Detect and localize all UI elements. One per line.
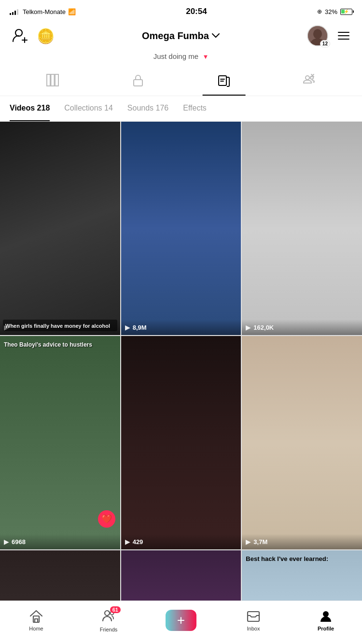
- video-cell-4[interactable]: Theo Baloyi's advice to hustlers ❤️ ▶ 69…: [0, 336, 120, 549]
- video-caption-1: When girls finally have money for alcoho…: [3, 320, 117, 331]
- tab-videos[interactable]: Videos 218: [10, 96, 50, 121]
- friends-liked-icon: [303, 73, 316, 87]
- status-time: 20:54: [186, 7, 207, 16]
- svg-point-18: [323, 611, 329, 617]
- content-tabs: Videos 218 Collections 14 Sounds 176 Eff…: [0, 96, 362, 122]
- nav-profile-label: Profile: [318, 626, 334, 631]
- video-cell-3[interactable]: ▶ 162,0K: [242, 122, 362, 335]
- nav-add[interactable]: +: [145, 610, 217, 631]
- menu-button[interactable]: [335, 29, 352, 42]
- battery-percent: 32%: [325, 8, 337, 15]
- tab-effects[interactable]: Effects: [183, 96, 207, 121]
- grid-icon: [46, 73, 59, 87]
- nav-friends[interactable]: 61 Friends: [72, 605, 145, 635]
- home-icon: [29, 609, 43, 624]
- svg-rect-10: [219, 76, 226, 85]
- nav-profile[interactable]: Profile: [290, 606, 362, 634]
- inbox-icon: [246, 609, 261, 624]
- svg-rect-8: [55, 74, 58, 86]
- tab-collections[interactable]: Collections 14: [64, 96, 113, 121]
- tab-grid[interactable]: [10, 70, 96, 91]
- battery-icon: ⚡: [340, 9, 352, 15]
- status-right: ⊕ 32% ⚡: [317, 8, 352, 15]
- nav-inbox[interactable]: Inbox: [217, 606, 290, 634]
- nav-home-label: Home: [29, 626, 43, 631]
- add-icon: +: [177, 613, 185, 628]
- header-right: 12: [307, 25, 352, 46]
- signal-bars-icon: [10, 8, 18, 15]
- svg-point-4: [313, 29, 322, 39]
- top-caption-4: Theo Baloyi's advice to hustlers: [4, 340, 116, 349]
- heart-badge: ❤️: [98, 510, 115, 528]
- status-left: Telkom-Monate 📶: [10, 8, 76, 15]
- friends-badge: 61: [101, 608, 116, 625]
- chevron-down-icon: [212, 33, 220, 38]
- nav-inbox-label: Inbox: [247, 626, 260, 631]
- bio-arrow: ▼: [202, 53, 209, 60]
- liked-icon: [217, 73, 231, 87]
- lock-icon: [131, 73, 145, 87]
- profile-icon: [319, 609, 333, 624]
- video-overlay-6: ▶ 3,7M: [242, 534, 362, 549]
- coins-icon: 🪙: [37, 28, 55, 44]
- tab-friends-liked[interactable]: [267, 70, 353, 91]
- top-caption-9: Best hack I've ever learned:: [246, 554, 358, 563]
- tab-lock[interactable]: [96, 70, 181, 91]
- menu-icon: [338, 39, 349, 40]
- add-user-icon: [12, 27, 29, 44]
- nav-friends-label: Friends: [100, 627, 118, 632]
- play-icon: ▶: [246, 323, 251, 331]
- add-user-button[interactable]: [10, 25, 31, 46]
- add-button[interactable]: +: [167, 610, 195, 631]
- video-grid: ▶ When girls finally have money for alco…: [0, 122, 362, 644]
- svg-rect-7: [51, 74, 54, 86]
- menu-icon: [338, 35, 349, 36]
- status-bar: Telkom-Monate 📶 20:54 ⊕ 32% ⚡: [0, 0, 362, 21]
- menu-icon: [338, 32, 349, 33]
- carrier-name: Telkom-Monate: [23, 8, 66, 15]
- video-overlay-3: ▶ 162,0K: [242, 320, 362, 335]
- profile-name-dropdown[interactable]: Omega Fumba: [142, 30, 220, 42]
- video-cell-5[interactable]: ▶ 429: [121, 336, 241, 549]
- wifi-icon: 📶: [68, 8, 76, 15]
- svg-point-15: [105, 611, 110, 616]
- header-left: 🪙: [10, 25, 55, 46]
- friends-notification-badge: 61: [110, 606, 121, 613]
- svg-rect-9: [134, 80, 142, 86]
- svg-rect-6: [47, 74, 50, 86]
- play-icon: ▶: [125, 538, 130, 546]
- avatar-badge[interactable]: 12: [307, 25, 328, 46]
- video-cell-2[interactable]: ▶ 8,9M: [121, 122, 241, 335]
- video-cell-1[interactable]: ▶ When girls finally have money for alco…: [0, 122, 120, 335]
- bottom-nav: Home 61 Friends + Inbox Profil: [0, 601, 362, 644]
- bio-text: Just doing me: [153, 52, 198, 60]
- profile-name: Omega Fumba: [142, 30, 209, 42]
- play-icon: ▶: [4, 538, 9, 546]
- notification-badge: 12: [320, 40, 330, 47]
- header: 🪙 Omega Fumba 12: [0, 21, 362, 50]
- video-overlay-4: ▶ 6968: [0, 534, 120, 549]
- play-icon: ▶: [125, 323, 130, 331]
- bio-section: Just doing me ▼: [0, 50, 362, 65]
- tab-liked[interactable]: [181, 70, 267, 91]
- play-icon: ▶: [246, 538, 251, 546]
- icon-tabs: [0, 65, 362, 96]
- video-overlay-5: ▶ 429: [121, 534, 241, 549]
- location-icon: ⊕: [317, 8, 322, 15]
- tab-sounds[interactable]: Sounds 176: [127, 96, 168, 121]
- nav-home[interactable]: Home: [0, 606, 72, 634]
- video-overlay-2: ▶ 8,9M: [121, 320, 241, 335]
- svg-point-11: [306, 76, 309, 80]
- video-cell-6[interactable]: ▶ 3,7M: [242, 336, 362, 549]
